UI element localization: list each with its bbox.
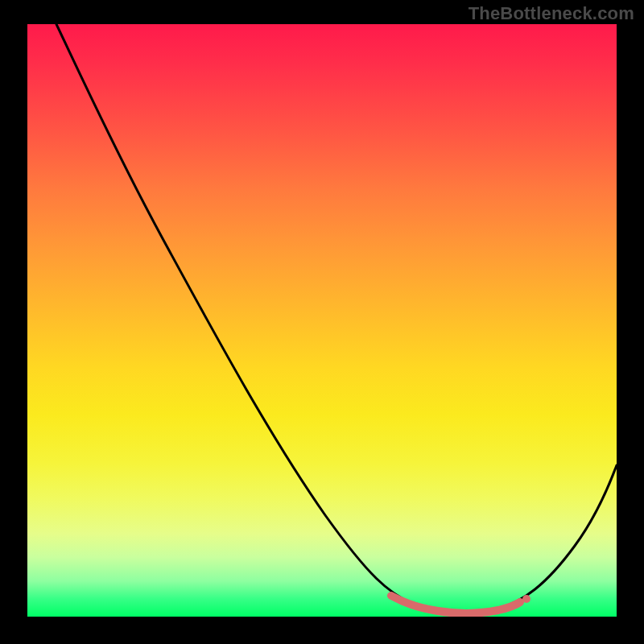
- highlight-segment: [391, 596, 520, 613]
- watermark-text: TheBottleneck.com: [469, 3, 634, 24]
- main-curve: [56, 24, 617, 613]
- highlight-end-dot: [522, 595, 530, 603]
- chart-frame: TheBottleneck.com: [0, 0, 644, 644]
- plot-area: [27, 24, 617, 617]
- curve-layer: [27, 24, 617, 617]
